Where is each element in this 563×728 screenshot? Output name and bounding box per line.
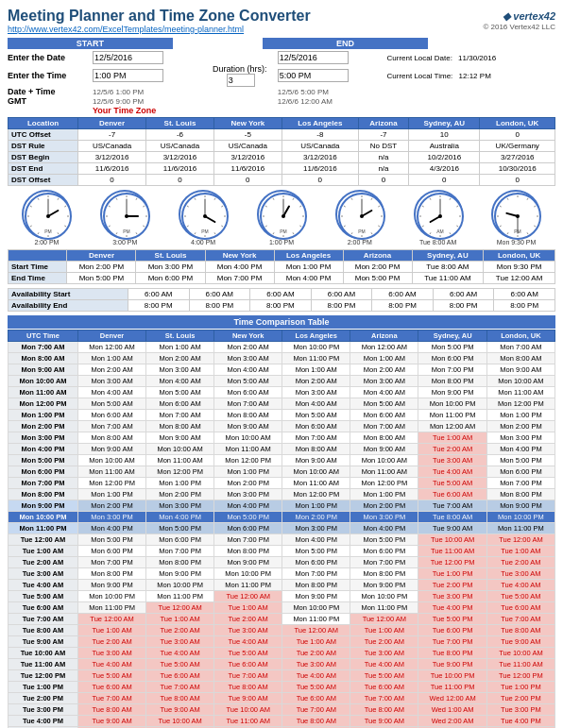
clocks-section: PM2:00 PMPM3:00 PMPM4:00 PMPM1:00 PMPM2:… <box>8 190 555 245</box>
datetime-row: Date + Time 12/5/6 1:00 PM 12/5/6 5:00 P… <box>8 87 555 96</box>
tc-utc-cell: Mon 2:00 PM <box>9 421 78 432</box>
tc-cell: Mon 6:00 AM <box>146 398 214 410</box>
tc-cell: Mon 4:00 PM <box>282 534 350 546</box>
tc-cell: Tue 12:00 AM <box>486 534 554 546</box>
tc-row: Tue 12:00 PMTue 5:00 AMTue 6:00 AMTue 7:… <box>9 670 555 682</box>
avail-row: Availability Start6:00 AM6:00 AM6:00 AM6… <box>9 289 555 300</box>
tc-cell: Tue 7:00 AM <box>282 704 350 716</box>
times-header-row: DenverSt. LouisNew YorkLos AngelesArizon… <box>9 250 555 262</box>
tc-cell: Tue 6:00 PM <box>418 625 486 636</box>
svg-point-100 <box>438 214 442 218</box>
tc-cell: Tue 2:00 AM <box>282 648 350 659</box>
tc-utc-cell: Mon 11:00 AM <box>9 387 78 398</box>
page-header: Meeting Planner and Time Zone Converter … <box>8 8 555 34</box>
end-date-input[interactable] <box>278 51 349 64</box>
tc-cell: Mon 7:00 AM <box>146 410 214 421</box>
tc-cell: Tue 1:00 AM <box>214 602 282 614</box>
tc-cell: Tue 4:00 AM <box>486 580 554 591</box>
row-label: DST Begin <box>9 152 78 163</box>
current-time-label: Current Local Time: 12:12 PM <box>387 64 556 87</box>
tc-cell: Mon 11:00 AM <box>486 387 554 398</box>
tc-cell: Mon 8:00 PM <box>350 568 418 580</box>
tc-row: Mon 4:00 PMMon 9:00 AMMon 10:00 AMMon 11… <box>9 444 555 455</box>
tc-row: Tue 2:00 PMTue 7:00 AMTue 8:00 AMTue 9:0… <box>9 693 555 704</box>
tc-cell: Mon 11:00 AM <box>282 478 350 489</box>
tc-cell: Mon 3:00 PM <box>146 500 214 512</box>
tc-cell: Mon 6:00 PM <box>214 523 282 534</box>
page-title: Meeting Planner and Time Zone Converter <box>8 8 311 25</box>
tc-cell: Tue 7:00 PM <box>418 636 486 648</box>
tc-cell: Tue 6:00 AM <box>486 602 554 614</box>
times-cell: Mon 6:00 PM <box>136 273 205 284</box>
tc-cell: Tue 9:00 AM <box>146 704 214 716</box>
tc-cell: Tue 1:00 AM <box>486 546 554 557</box>
tc-utc-cell: Mon 10:00 AM <box>9 376 78 387</box>
tc-utc-cell: Mon 12:00 PM <box>9 398 78 410</box>
tc-cell: Tue 11:00 AM <box>418 546 486 557</box>
tc-cell: Mon 3:00 AM <box>78 376 146 387</box>
tc-cell: Mon 7:00 PM <box>282 568 350 580</box>
tc-cell: Mon 10:00 PM <box>214 568 282 580</box>
tc-cell: Mon 12:00 PM <box>282 489 350 500</box>
cell-value: 10/2/2016 <box>409 152 480 163</box>
tc-cell: Mon 9:00 AM <box>350 444 418 455</box>
tc-cell: Tue 1:00 AM <box>350 625 418 636</box>
tc-utc-cell: Mon 6:00 PM <box>9 466 78 478</box>
tc-row: Mon 6:00 PMMon 11:00 AMMon 12:00 PMMon 1… <box>9 466 555 478</box>
cell-value: No DST <box>358 141 408 152</box>
tc-utc-cell: Tue 1:00 PM <box>9 682 78 693</box>
cell-value: 3/12/2016 <box>146 152 214 163</box>
tc-row: Tue 7:00 AMTue 12:00 AMTue 1:00 AMTue 2:… <box>9 614 555 625</box>
tc-cell: Mon 8:00 PM <box>486 489 554 500</box>
tc-utc-cell: Mon 9:00 AM <box>9 364 78 376</box>
tc-cell: Mon 7:00 PM <box>146 546 214 557</box>
tc-cell: Mon 4:00 PM <box>486 444 554 455</box>
page: Meeting Planner and Time Zone Converter … <box>0 0 563 728</box>
end-time-input[interactable] <box>278 69 349 82</box>
tc-cell: Mon 8:00 PM <box>282 580 350 591</box>
cell-value: US/Canada <box>213 141 282 152</box>
avail-cell: 8:00 PM <box>128 300 189 312</box>
avail-cell: 8:00 PM <box>250 300 312 312</box>
page-link[interactable]: http://www.vertex42.com/ExcelTemplates/m… <box>8 25 311 34</box>
cell-value: US/Canada <box>282 141 358 152</box>
tc-cell: Mon 4:00 PM <box>350 523 418 534</box>
tc-cell: Mon 10:00 PM <box>486 512 554 523</box>
start-time-input[interactable] <box>93 69 163 82</box>
tc-cell: Mon 3:00 AM <box>214 353 282 364</box>
start-date-input[interactable] <box>93 51 163 64</box>
tc-utc-cell: Tue 9:00 AM <box>9 636 78 648</box>
cell-value: 10/30/2016 <box>480 163 555 175</box>
tc-cell: Mon 8:00 PM <box>146 557 214 568</box>
location-row: DST RuleUS/CanadaUS/CanadaUS/CanadaUS/Ca… <box>9 141 555 152</box>
tc-cell: Mon 6:00 PM <box>486 466 554 478</box>
tc-utc-cell: Mon 8:00 PM <box>9 489 78 500</box>
tc-cell: Mon 7:00 PM <box>214 534 282 546</box>
tc-row: Mon 8:00 AMMon 1:00 AMMon 2:00 AMMon 3:0… <box>9 353 555 364</box>
cell-value: 0 <box>480 129 555 141</box>
tc-cell: Tue 4:00 AM <box>350 659 418 670</box>
tc-cell: Mon 6:00 AM <box>78 410 146 421</box>
tc-cell: Mon 3:00 PM <box>282 523 350 534</box>
cell-value: 10 <box>409 129 480 141</box>
tc-utc-cell: Tue 3:00 AM <box>9 568 78 580</box>
tc-cell: Mon 7:00 PM <box>78 557 146 568</box>
tc-row: Mon 11:00 PMMon 4:00 PMMon 5:00 PMMon 6:… <box>9 523 555 534</box>
cell-value: -8 <box>282 129 358 141</box>
tc-cell: Mon 11:00 PM <box>78 602 146 614</box>
tc-cell: Tue 1:00 AM <box>146 614 214 625</box>
cell-value: 0 <box>282 175 358 186</box>
tc-utc-cell: Mon 10:00 PM <box>9 512 78 523</box>
tc-cell: Tue 3:00 AM <box>78 648 146 659</box>
cell-value: 3/12/2016 <box>78 152 146 163</box>
duration-input[interactable] <box>227 74 255 87</box>
tc-cell: Mon 2:00 AM <box>214 342 282 353</box>
cell-value: n/a <box>358 163 408 175</box>
start-header: START <box>8 38 173 49</box>
start-section: START <box>8 38 173 49</box>
tc-cell: Wed 2:00 AM <box>418 716 486 727</box>
tc-cell: Tue 1:00 AM <box>78 625 146 636</box>
tc-cell: Tue 8:00 PM <box>418 648 486 659</box>
tc-row: Mon 11:00 AMMon 4:00 AMMon 5:00 AMMon 6:… <box>9 387 555 398</box>
tc-cell: Mon 11:00 AM <box>146 455 214 466</box>
